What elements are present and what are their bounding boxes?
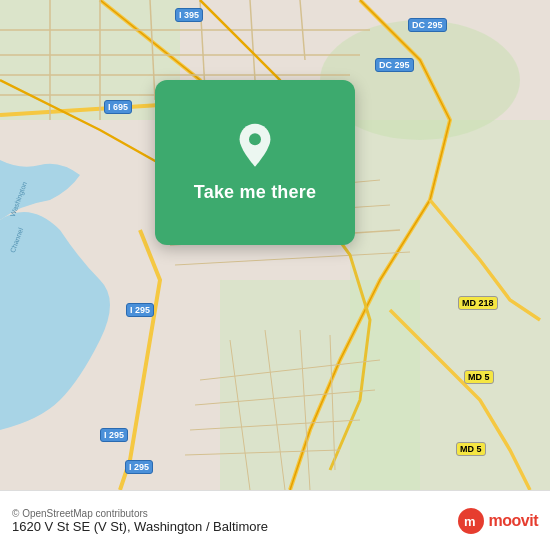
bottom-left-info: © OpenStreetMap contributors 1620 V St S… — [12, 508, 268, 534]
road-badge-i295-3: I 295 — [125, 460, 153, 474]
address-text: 1620 V St SE (V St), Washington / Baltim… — [12, 519, 268, 534]
moovit-label: moovit — [489, 512, 538, 530]
road-badge-i695: I 695 — [104, 100, 132, 114]
copyright-text: © OpenStreetMap contributors — [12, 508, 268, 519]
road-badge-dc295-1: DC 295 — [408, 18, 447, 32]
location-card: Take me there — [155, 80, 355, 245]
road-badge-md5-1: MD 5 — [464, 370, 494, 384]
road-badge-i295-2: I 295 — [100, 428, 128, 442]
road-badge-md218: MD 218 — [458, 296, 498, 310]
road-badge-md5-2: MD 5 — [456, 442, 486, 456]
road-badge-dc295-2: DC 295 — [375, 58, 414, 72]
svg-text:m: m — [464, 514, 476, 529]
svg-point-29 — [249, 133, 261, 145]
moovit-logo: m moovit — [457, 507, 538, 535]
take-me-there-button[interactable]: Take me there — [194, 182, 316, 203]
moovit-brand-icon: m — [457, 507, 485, 535]
location-pin-icon — [231, 122, 279, 170]
bottom-bar: © OpenStreetMap contributors 1620 V St S… — [0, 490, 550, 550]
map-container: Washington Channel I 395 DC 295 DC 295 I… — [0, 0, 550, 490]
road-badge-i395: I 395 — [175, 8, 203, 22]
road-badge-i295-1: I 295 — [126, 303, 154, 317]
map-svg: Washington Channel — [0, 0, 550, 490]
